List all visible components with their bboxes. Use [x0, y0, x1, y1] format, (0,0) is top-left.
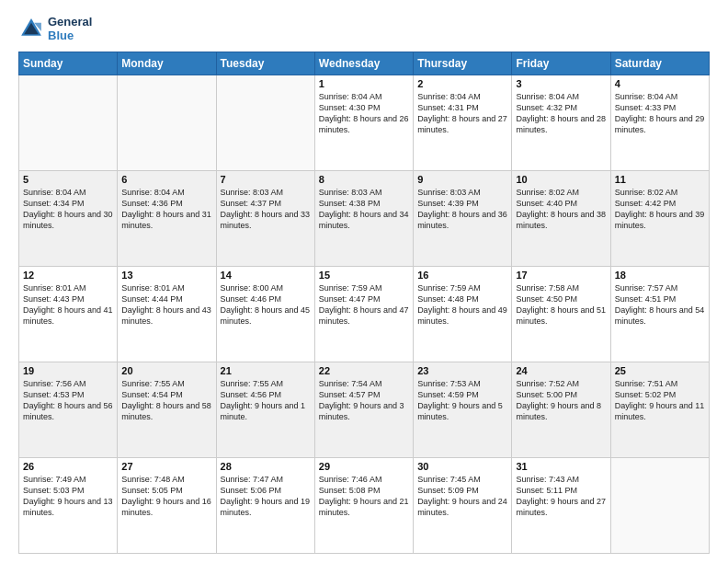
day-number: 4	[615, 78, 705, 89]
day-number: 31	[516, 461, 606, 472]
day-info: Sunrise: 7:43 AM Sunset: 5:11 PM Dayligh…	[516, 474, 606, 519]
calendar-week-1: 1Sunrise: 8:04 AM Sunset: 4:30 PM Daylig…	[19, 75, 710, 171]
day-info: Sunrise: 7:59 AM Sunset: 4:48 PM Dayligh…	[417, 282, 507, 327]
calendar-cell: 26Sunrise: 7:49 AM Sunset: 5:03 PM Dayli…	[19, 458, 118, 554]
day-number: 15	[319, 270, 409, 281]
weekday-header-saturday: Saturday	[610, 52, 709, 75]
day-info: Sunrise: 7:59 AM Sunset: 4:47 PM Dayligh…	[319, 282, 409, 327]
day-info: Sunrise: 7:55 AM Sunset: 4:54 PM Dayligh…	[121, 378, 211, 423]
calendar-cell: 9Sunrise: 8:03 AM Sunset: 4:39 PM Daylig…	[414, 171, 512, 267]
day-number: 8	[319, 174, 409, 185]
weekday-header-wednesday: Wednesday	[314, 52, 413, 75]
calendar-cell: 10Sunrise: 8:02 AM Sunset: 4:40 PM Dayli…	[512, 171, 610, 267]
day-info: Sunrise: 7:49 AM Sunset: 5:03 PM Dayligh…	[23, 474, 113, 519]
calendar-cell: 8Sunrise: 8:03 AM Sunset: 4:38 PM Daylig…	[314, 171, 413, 267]
calendar-cell: 3Sunrise: 8:04 AM Sunset: 4:32 PM Daylig…	[512, 75, 610, 171]
weekday-header-monday: Monday	[118, 52, 216, 75]
calendar-week-3: 12Sunrise: 8:01 AM Sunset: 4:43 PM Dayli…	[19, 267, 710, 362]
calendar-cell: 25Sunrise: 7:51 AM Sunset: 5:02 PM Dayli…	[610, 362, 709, 458]
day-number: 11	[615, 174, 705, 185]
day-info: Sunrise: 7:55 AM Sunset: 4:56 PM Dayligh…	[221, 378, 311, 423]
calendar-week-2: 5Sunrise: 8:04 AM Sunset: 4:34 PM Daylig…	[19, 171, 710, 267]
day-number: 19	[23, 365, 113, 376]
logo-icon	[18, 16, 44, 41]
day-info: Sunrise: 7:51 AM Sunset: 5:02 PM Dayligh…	[615, 378, 705, 423]
day-number: 13	[121, 270, 211, 281]
day-info: Sunrise: 8:00 AM Sunset: 4:46 PM Dayligh…	[221, 282, 311, 327]
day-info: Sunrise: 7:46 AM Sunset: 5:08 PM Dayligh…	[319, 474, 409, 519]
calendar-cell: 12Sunrise: 8:01 AM Sunset: 4:43 PM Dayli…	[19, 267, 118, 362]
calendar-cell: 7Sunrise: 8:03 AM Sunset: 4:37 PM Daylig…	[216, 171, 314, 267]
weekday-header-tuesday: Tuesday	[216, 52, 314, 75]
calendar-cell: 19Sunrise: 7:56 AM Sunset: 4:53 PM Dayli…	[19, 362, 118, 458]
calendar-cell: 23Sunrise: 7:53 AM Sunset: 4:59 PM Dayli…	[414, 362, 512, 458]
day-number: 1	[319, 78, 409, 89]
day-number: 6	[121, 174, 211, 185]
day-info: Sunrise: 7:45 AM Sunset: 5:09 PM Dayligh…	[417, 474, 507, 519]
day-number: 10	[516, 174, 606, 185]
calendar-cell: 1Sunrise: 8:04 AM Sunset: 4:30 PM Daylig…	[314, 75, 413, 171]
calendar-cell	[118, 75, 216, 171]
calendar-cell: 5Sunrise: 8:04 AM Sunset: 4:34 PM Daylig…	[19, 171, 118, 267]
day-number: 21	[221, 365, 311, 376]
day-number: 14	[221, 270, 311, 281]
day-info: Sunrise: 8:02 AM Sunset: 4:40 PM Dayligh…	[516, 187, 606, 232]
calendar-cell: 17Sunrise: 7:58 AM Sunset: 4:50 PM Dayli…	[512, 267, 610, 362]
day-number: 7	[221, 174, 311, 185]
calendar-cell: 15Sunrise: 7:59 AM Sunset: 4:47 PM Dayli…	[314, 267, 413, 362]
day-info: Sunrise: 7:56 AM Sunset: 4:53 PM Dayligh…	[23, 378, 113, 423]
day-number: 22	[319, 365, 409, 376]
calendar-cell: 2Sunrise: 8:04 AM Sunset: 4:31 PM Daylig…	[414, 75, 512, 171]
day-info: Sunrise: 8:04 AM Sunset: 4:31 PM Dayligh…	[417, 91, 507, 136]
calendar-cell: 27Sunrise: 7:48 AM Sunset: 5:05 PM Dayli…	[118, 458, 216, 554]
day-info: Sunrise: 7:57 AM Sunset: 4:51 PM Dayligh…	[615, 282, 705, 327]
day-number: 27	[121, 461, 211, 472]
calendar-cell: 14Sunrise: 8:00 AM Sunset: 4:46 PM Dayli…	[216, 267, 314, 362]
day-info: Sunrise: 7:47 AM Sunset: 5:06 PM Dayligh…	[221, 474, 311, 519]
calendar-cell: 30Sunrise: 7:45 AM Sunset: 5:09 PM Dayli…	[414, 458, 512, 554]
day-info: Sunrise: 7:53 AM Sunset: 4:59 PM Dayligh…	[417, 378, 507, 423]
day-info: Sunrise: 8:03 AM Sunset: 4:38 PM Dayligh…	[319, 187, 409, 232]
day-info: Sunrise: 8:01 AM Sunset: 4:43 PM Dayligh…	[23, 282, 113, 327]
day-info: Sunrise: 7:58 AM Sunset: 4:50 PM Dayligh…	[516, 282, 606, 327]
day-number: 12	[23, 270, 113, 281]
calendar-table: SundayMondayTuesdayWednesdayThursdayFrid…	[18, 52, 710, 554]
day-number: 24	[516, 365, 606, 376]
day-number: 25	[615, 365, 705, 376]
day-number: 16	[417, 270, 507, 281]
weekday-header-sunday: Sunday	[19, 52, 118, 75]
day-info: Sunrise: 8:04 AM Sunset: 4:36 PM Dayligh…	[121, 187, 211, 232]
day-info: Sunrise: 7:48 AM Sunset: 5:05 PM Dayligh…	[121, 474, 211, 519]
calendar-cell: 31Sunrise: 7:43 AM Sunset: 5:11 PM Dayli…	[512, 458, 610, 554]
calendar-cell	[610, 458, 709, 554]
calendar-week-5: 26Sunrise: 7:49 AM Sunset: 5:03 PM Dayli…	[19, 458, 710, 554]
day-info: Sunrise: 7:54 AM Sunset: 4:57 PM Dayligh…	[319, 378, 409, 423]
day-number: 29	[319, 461, 409, 472]
calendar-cell: 29Sunrise: 7:46 AM Sunset: 5:08 PM Dayli…	[314, 458, 413, 554]
day-info: Sunrise: 8:04 AM Sunset: 4:34 PM Dayligh…	[23, 187, 113, 232]
day-number: 2	[417, 78, 507, 89]
day-info: Sunrise: 8:04 AM Sunset: 4:30 PM Dayligh…	[319, 91, 409, 136]
calendar-cell: 6Sunrise: 8:04 AM Sunset: 4:36 PM Daylig…	[118, 171, 216, 267]
day-number: 30	[417, 461, 507, 472]
calendar-cell: 11Sunrise: 8:02 AM Sunset: 4:42 PM Dayli…	[610, 171, 709, 267]
calendar-cell: 4Sunrise: 8:04 AM Sunset: 4:33 PM Daylig…	[610, 75, 709, 171]
calendar-cell: 22Sunrise: 7:54 AM Sunset: 4:57 PM Dayli…	[314, 362, 413, 458]
day-info: Sunrise: 8:04 AM Sunset: 4:32 PM Dayligh…	[516, 91, 606, 136]
calendar-cell	[216, 75, 314, 171]
header: General Blue	[18, 15, 710, 42]
calendar-cell	[19, 75, 118, 171]
day-number: 18	[615, 270, 705, 281]
day-info: Sunrise: 8:03 AM Sunset: 4:37 PM Dayligh…	[221, 187, 311, 232]
weekday-header-thursday: Thursday	[414, 52, 512, 75]
day-info: Sunrise: 7:52 AM Sunset: 5:00 PM Dayligh…	[516, 378, 606, 423]
calendar-cell: 18Sunrise: 7:57 AM Sunset: 4:51 PM Dayli…	[610, 267, 709, 362]
day-number: 26	[23, 461, 113, 472]
day-info: Sunrise: 8:01 AM Sunset: 4:44 PM Dayligh…	[121, 282, 211, 327]
logo-text: General Blue	[48, 15, 92, 42]
weekday-header-friday: Friday	[512, 52, 610, 75]
calendar-cell: 13Sunrise: 8:01 AM Sunset: 4:44 PM Dayli…	[118, 267, 216, 362]
day-number: 5	[23, 174, 113, 185]
page: General Blue SundayMondayTuesdayWednesda…	[0, 0, 728, 563]
calendar-cell: 24Sunrise: 7:52 AM Sunset: 5:00 PM Dayli…	[512, 362, 610, 458]
